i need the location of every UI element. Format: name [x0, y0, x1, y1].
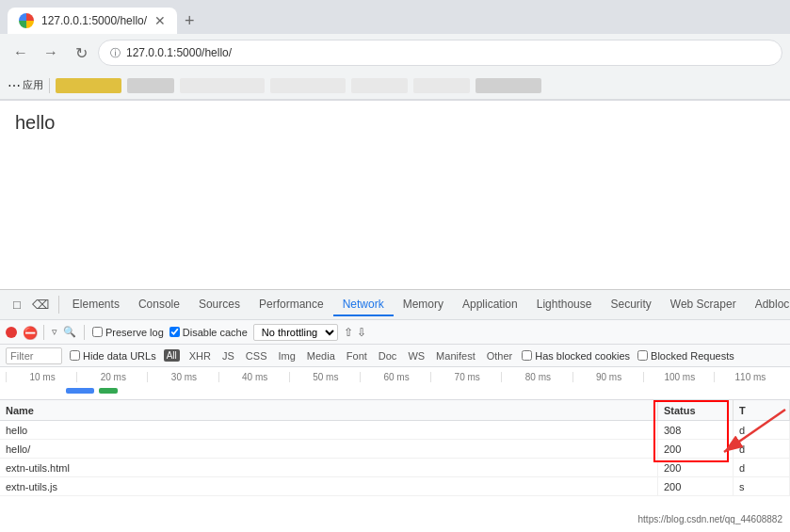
- bookmark-5[interactable]: [351, 78, 408, 93]
- tab-close-button[interactable]: ✕: [154, 13, 166, 28]
- has-blocked-cookies-checkbox[interactable]: [522, 350, 532, 361]
- security-icon: ⓘ: [110, 46, 121, 60]
- table-row[interactable]: extn-utils.html 200 d: [0, 459, 790, 477]
- blocked-requests-checkbox[interactable]: [637, 350, 648, 361]
- devtools-tabs: □ ⌫ Elements Console Sources Performance…: [0, 290, 790, 320]
- tab-lighthouse[interactable]: Lighthouse: [527, 294, 602, 316]
- divider-2: [84, 325, 85, 340]
- timeline-scale: 10 ms 20 ms 30 ms 40 ms 50 ms 60 ms 70 m…: [0, 369, 790, 384]
- nav-bar: ← → ↻ ⓘ 127.0.0.1:5000/hello/: [0, 34, 790, 72]
- tab-adblock[interactable]: Adblock Plus: [746, 294, 790, 316]
- disable-cache-checkbox[interactable]: [169, 327, 180, 337]
- bookmarks-bar: ⋯ 应用: [0, 72, 790, 100]
- blocked-requests-label[interactable]: Blocked Requests: [637, 350, 734, 362]
- record-button[interactable]: [6, 327, 17, 338]
- bookmark-7[interactable]: [476, 78, 541, 93]
- import-button[interactable]: ⇧: [344, 326, 353, 339]
- td-status-4: 200: [658, 477, 734, 495]
- tick-70ms: 70 ms: [430, 372, 501, 382]
- td-type-1: d: [734, 421, 790, 439]
- td-name-1: hello: [0, 421, 658, 439]
- apps-bookmark[interactable]: ⋯ 应用: [8, 78, 43, 93]
- devtools-device-button[interactable]: ⌫: [28, 296, 53, 314]
- timeline-bars: [0, 384, 790, 397]
- filter-img[interactable]: Img: [276, 349, 297, 363]
- preserve-log-checkbox[interactable]: [92, 327, 103, 337]
- filter-js[interactable]: JS: [220, 349, 236, 363]
- tab-security[interactable]: Security: [601, 294, 660, 316]
- filter-ws[interactable]: WS: [406, 349, 427, 363]
- export-button[interactable]: ⇩: [357, 326, 366, 339]
- table-row[interactable]: hello/ 200 d: [0, 440, 790, 459]
- tick-100ms: 100 ms: [643, 372, 714, 382]
- bookmark-2[interactable]: [127, 78, 174, 93]
- tab-memory[interactable]: Memory: [394, 294, 453, 316]
- devtools-inspect-button[interactable]: □: [9, 296, 24, 314]
- import-export-group: ⇧ ⇩: [344, 326, 366, 339]
- active-tab[interactable]: 127.0.0.1:5000/hello/ ✕: [8, 8, 177, 34]
- tab-performance[interactable]: Performance: [250, 294, 333, 316]
- table-row[interactable]: hello 308 d: [0, 421, 790, 440]
- tick-60ms: 60 ms: [360, 372, 430, 382]
- th-type: T: [734, 400, 790, 420]
- timeline-bar-2: [99, 388, 118, 394]
- th-name: Name: [0, 400, 658, 420]
- network-toolbar: ⛔ ▿ 🔍 Preserve log Disable cache No thro…: [0, 320, 790, 345]
- tab-favicon: [19, 13, 34, 28]
- tab-network[interactable]: Network: [333, 294, 394, 316]
- td-name-3: extn-utils.html: [0, 459, 658, 476]
- td-name-2: hello/: [0, 440, 658, 458]
- disable-cache-label[interactable]: Disable cache: [169, 327, 248, 338]
- tab-bar: 127.0.0.1:5000/hello/ ✕ +: [0, 0, 790, 34]
- bookmark-6[interactable]: [413, 78, 470, 93]
- filter-doc[interactable]: Doc: [377, 349, 399, 363]
- td-name-4: extn-utils.js: [0, 477, 658, 495]
- bookmark-4[interactable]: [270, 78, 346, 93]
- tab-elements[interactable]: Elements: [63, 294, 129, 316]
- bookmark-1[interactable]: [56, 78, 121, 93]
- tick-90ms: 90 ms: [572, 372, 643, 382]
- filter-icon[interactable]: ▿: [52, 326, 57, 338]
- throttle-select[interactable]: No throttling: [253, 324, 338, 341]
- devtools-panel: □ ⌫ Elements Console Sources Performance…: [0, 289, 790, 496]
- watermark: https://blog.csdn.net/qq_44608882: [638, 514, 782, 524]
- filter-input[interactable]: [6, 347, 62, 364]
- td-status-1: 308: [658, 421, 734, 439]
- tab-title: 127.0.0.1:5000/hello/: [41, 14, 147, 27]
- table-row[interactable]: extn-utils.js 200 s: [0, 477, 790, 496]
- back-button[interactable]: ←: [8, 40, 34, 66]
- td-type-2: d: [734, 440, 790, 458]
- bookmark-3[interactable]: [180, 78, 265, 93]
- new-tab-button[interactable]: +: [177, 11, 202, 31]
- all-filter-badge[interactable]: All: [164, 349, 180, 362]
- clear-button[interactable]: ⛔: [23, 326, 36, 339]
- address-bar[interactable]: ⓘ 127.0.0.1:5000/hello/: [98, 40, 782, 66]
- reload-button[interactable]: ↻: [68, 40, 94, 66]
- hide-data-urls-checkbox[interactable]: [70, 350, 80, 361]
- tab-sources[interactable]: Sources: [189, 294, 250, 316]
- filter-css[interactable]: CSS: [244, 349, 269, 363]
- page-content: hello: [0, 101, 790, 289]
- filter-manifest[interactable]: Manifest: [434, 349, 477, 363]
- tick-80ms: 80 ms: [501, 372, 572, 382]
- tick-10ms: 10 ms: [6, 372, 76, 382]
- filter-media[interactable]: Media: [305, 349, 337, 363]
- preserve-log-label[interactable]: Preserve log: [92, 327, 164, 338]
- search-icon[interactable]: 🔍: [63, 326, 76, 338]
- hide-data-urls-label[interactable]: Hide data URLs: [70, 350, 156, 362]
- td-status-2: 200: [658, 440, 734, 458]
- network-table: Name Status T hello 308 d hello/ 200 d e…: [0, 400, 790, 496]
- td-type-3: d: [734, 459, 790, 476]
- forward-button[interactable]: →: [38, 40, 64, 66]
- td-type-4: s: [734, 477, 790, 495]
- tab-console[interactable]: Console: [129, 294, 189, 316]
- filter-xhr[interactable]: XHR: [187, 349, 213, 363]
- browser-chrome: 127.0.0.1:5000/hello/ ✕ + ← → ↻ ⓘ 127.0.…: [0, 0, 790, 101]
- tick-30ms: 30 ms: [147, 372, 218, 382]
- has-blocked-cookies-label[interactable]: Has blocked cookies: [522, 350, 630, 362]
- timeline: 10 ms 20 ms 30 ms 40 ms 50 ms 60 ms 70 m…: [0, 367, 790, 400]
- filter-other[interactable]: Other: [485, 349, 515, 363]
- filter-font[interactable]: Font: [345, 349, 369, 363]
- tab-webscraper[interactable]: Web Scraper: [661, 294, 746, 316]
- tab-application[interactable]: Application: [453, 294, 527, 316]
